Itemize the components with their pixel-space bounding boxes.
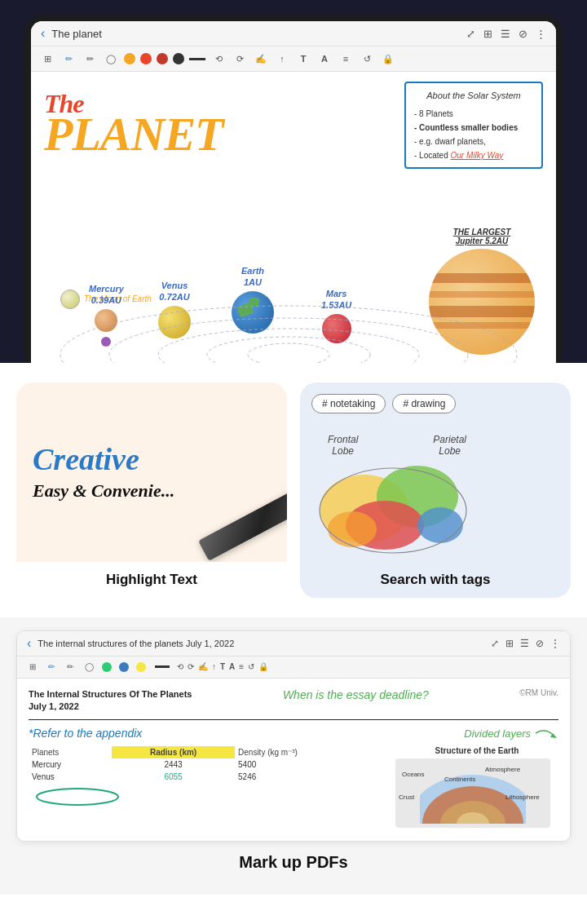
markup-pdfs-label: Mark up PDFs	[16, 842, 571, 872]
pdf-redo-icon[interactable]: ⟳	[188, 662, 194, 671]
pdf-font-icon[interactable]: A	[229, 662, 235, 671]
pdf-expand-icon[interactable]: ⤢	[491, 638, 499, 649]
pdf-table-area: Planets Radius (km) Density (kg m⁻³) Mer…	[29, 746, 387, 831]
info-item-1: - 8 Planets	[414, 107, 533, 121]
earth-cross-section-svg: Crust Lithosphere Continents Oceans Atmo…	[395, 758, 550, 828]
pdf-color-blue[interactable]	[119, 662, 129, 672]
creative-text: Creative Easy & Convenie...	[33, 443, 174, 502]
keyboard-icon[interactable]: ⊞	[39, 51, 55, 67]
color-dot-red[interactable]	[140, 53, 152, 64]
svg-text:Crust: Crust	[399, 794, 415, 801]
more-icon[interactable]: ⋮	[536, 28, 546, 40]
mercury-circle	[95, 309, 117, 332]
align-icon[interactable]: ≡	[338, 51, 354, 67]
pdf-highlighter-icon[interactable]: ✏	[63, 660, 77, 674]
pdf-pen-icon[interactable]: ✏	[44, 660, 59, 674]
lasso-icon[interactable]: ✍	[253, 51, 269, 67]
planet-title: The PLANET	[44, 82, 223, 158]
planet-jupiter: THE LARGESTJupiter 5.2AU	[429, 228, 535, 355]
insert-icon[interactable]: ↑	[274, 51, 290, 67]
svg-point-9	[328, 511, 377, 547]
pdf-annotation-text: *Refer to the appendix	[29, 727, 142, 740]
pdf-insert-icon[interactable]: ↑	[212, 662, 216, 671]
rotate-icon[interactable]: ↺	[359, 51, 375, 67]
undo-icon[interactable]: ⟲	[210, 51, 227, 67]
pdf-text-icon[interactable]: T	[220, 662, 225, 671]
tag-notetaking[interactable]: # notetaking	[311, 394, 386, 413]
mercury-label: Mercury0.39AU	[89, 284, 124, 305]
pdf-align-icon[interactable]: ≡	[239, 662, 244, 671]
pdf-divider	[29, 719, 558, 720]
earth-label: Earth1AU	[241, 266, 264, 287]
mercury-orbit-dot	[101, 337, 111, 347]
pdf-attach-icon[interactable]: ⊘	[536, 638, 544, 649]
attach-icon[interactable]: ⊘	[519, 28, 527, 40]
svg-text:Continents: Continents	[444, 776, 475, 783]
color-dot-orange[interactable]	[124, 53, 135, 64]
highlighter-icon[interactable]: ✏	[82, 51, 98, 67]
pdf-lock-icon[interactable]: 🔒	[258, 662, 268, 671]
brain-diagram: FrontalLobe ParietalLobe	[300, 420, 486, 562]
back-icon[interactable]: ‹	[41, 26, 45, 41]
pdf-toolbar: ⊞ ✏ ✏ ◯ ⟲ ⟳ ✍ ↑ T A ≡ ↺ 🔒	[17, 657, 570, 679]
text-icon[interactable]: T	[295, 51, 311, 67]
menu-icon[interactable]: ☰	[501, 28, 510, 40]
grid-icon[interactable]: ⊞	[483, 28, 492, 40]
pdf-header-right: ⤢ ⊞ ☰ ⊘ ⋮	[491, 638, 560, 649]
brain-visual: FrontalLobe ParietalLobe	[311, 427, 474, 550]
pdf-annotation-row: *Refer to the appendix Divided layers	[29, 725, 558, 741]
pdf-more-icon[interactable]: ⋮	[550, 638, 560, 649]
pdf-undo-icon[interactable]: ⟲	[177, 662, 183, 671]
venus-radius: 6055	[112, 771, 235, 783]
color-dot-darkred[interactable]	[157, 53, 168, 64]
lock-icon[interactable]: 🔒	[380, 51, 396, 67]
info-item-4: - Located Our Milky Way	[414, 148, 533, 162]
font-icon[interactable]: A	[316, 51, 333, 67]
mercury-radius: 2443	[112, 758, 235, 771]
pdf-divided-layers-text: Divided layers	[464, 727, 531, 740]
pdf-grid-icon[interactable]: ⊞	[505, 638, 514, 649]
planet-text: PLANET	[44, 111, 223, 158]
tag-drawing[interactable]: # drawing	[392, 394, 456, 413]
col-planets: Planets	[29, 746, 112, 758]
pdf-lasso-icon[interactable]: ✍	[198, 662, 208, 671]
color-dot-black[interactable]	[173, 53, 184, 64]
pdf-frame: ‹ The internal structures of the planets…	[16, 630, 571, 842]
pdf-stroke-selector[interactable]	[155, 665, 170, 668]
tablet-section: ‹ The planet ⤢ ⊞ ☰ ⊘ ⋮ ⊞ ✏ ✏ ◯	[0, 0, 587, 363]
table-row-venus: Venus 6055 5246	[29, 771, 387, 783]
col-radius: Radius (km)	[112, 746, 235, 758]
planet-title-area: The PLANET About the Solar System - 8 Pl…	[44, 82, 543, 169]
pen-icon[interactable]: ✏	[60, 51, 77, 67]
tablet-canvas: The PLANET About the Solar System - 8 Pl…	[31, 72, 556, 363]
pdf-divided-layers: Divided layers	[464, 725, 558, 741]
search-tags-label: Search with tags	[300, 562, 571, 598]
expand-icon[interactable]: ⤢	[466, 28, 475, 40]
svg-point-12	[37, 789, 118, 805]
table-row-mercury: Mercury 2443 5400	[29, 758, 387, 771]
pdf-section: ‹ The internal structures of the planets…	[0, 617, 587, 895]
info-box-title: About the Solar System	[414, 88, 533, 104]
pdf-color-yellow[interactable]	[136, 662, 146, 672]
tablet-header: ‹ The planet ⤢ ⊞ ☰ ⊘ ⋮	[31, 21, 556, 46]
info-item-2: - Countless smaller bodies	[414, 121, 533, 135]
pdf-earth-diagram: Structure of the Earth	[395, 746, 558, 831]
pdf-eraser-icon[interactable]: ◯	[82, 660, 96, 674]
planet-earth: Earth1AU	[232, 266, 274, 333]
pdf-menu-icon[interactable]: ☰	[520, 638, 529, 649]
eraser-icon[interactable]: ◯	[103, 51, 119, 67]
pdf-keyboard-icon[interactable]: ⊞	[25, 660, 40, 674]
mercury-name: Mercury	[29, 758, 112, 771]
stroke-selector[interactable]	[189, 58, 205, 60]
redo-icon[interactable]: ⟳	[232, 51, 248, 67]
stylus-pen	[198, 491, 287, 561]
pdf-bottom-area: Planets Radius (km) Density (kg m⁻³) Mer…	[29, 746, 558, 831]
planet-venus: Venus0.72AU	[158, 281, 191, 338]
pdf-color-green[interactable]	[102, 662, 112, 672]
pdf-back-icon[interactable]: ‹	[27, 636, 31, 651]
moon-icon	[60, 290, 80, 309]
tablet-doc-title: The planet	[51, 28, 101, 40]
pdf-data-table: Planets Radius (km) Density (kg m⁻³) Mer…	[29, 746, 387, 783]
pdf-rotate-icon[interactable]: ↺	[248, 662, 254, 671]
search-tags-card: # notetaking # drawing FrontalLobe Parie…	[300, 382, 571, 598]
